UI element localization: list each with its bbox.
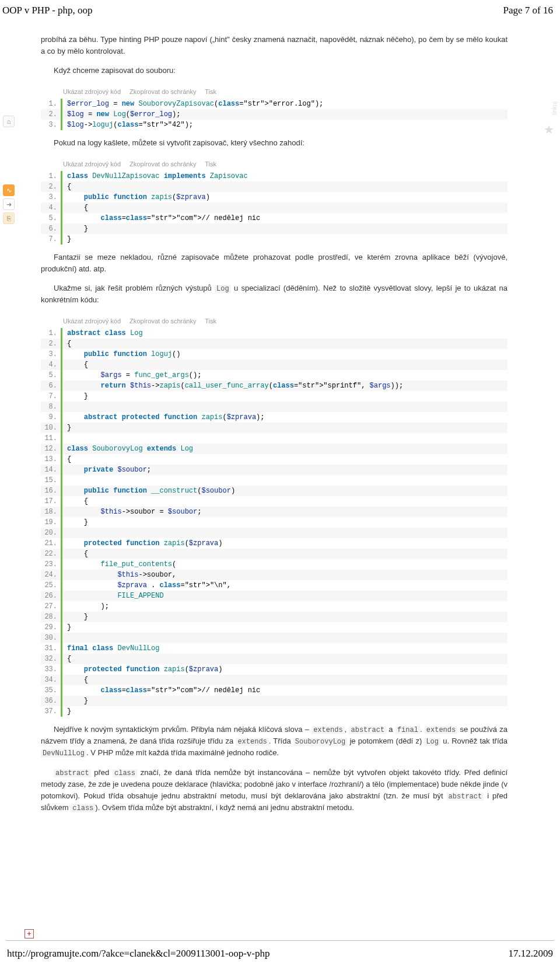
code-line: 12.class SouborovyLog extends Log bbox=[41, 444, 508, 454]
rss-icon[interactable]: ∿ bbox=[3, 184, 15, 196]
code-content: } bbox=[62, 612, 508, 622]
paragraph: probíhá za běhu. Type hinting PHP pouze … bbox=[41, 34, 508, 57]
code-line: 30. bbox=[41, 633, 508, 643]
line-number: 14. bbox=[41, 465, 62, 475]
code-content: abstract class Log bbox=[62, 328, 508, 339]
line-number: 25. bbox=[41, 580, 62, 591]
line-number: 35. bbox=[41, 685, 62, 696]
code-line: 31.final class DevNullLog bbox=[41, 643, 508, 654]
code-line: 17. { bbox=[41, 496, 508, 507]
line-number: 28. bbox=[41, 612, 62, 622]
line-number: 7. bbox=[41, 234, 62, 245]
inline-code: class bbox=[113, 769, 137, 777]
expand-icon[interactable]: + bbox=[24, 929, 34, 938]
code-tool-show[interactable]: Ukázat zdrojový kód bbox=[63, 88, 121, 95]
code-content: class=class="str">"com">// nedělej nic bbox=[62, 213, 508, 224]
line-number: 36. bbox=[41, 696, 62, 706]
code-tool-print[interactable]: Tisk bbox=[205, 88, 216, 95]
paragraph: Fantazii se meze nekladou, různé zapisov… bbox=[41, 252, 508, 274]
code-content: } bbox=[62, 622, 508, 633]
code-line: 7. } bbox=[41, 391, 508, 402]
code-content: FILE_APPEND bbox=[62, 591, 508, 601]
inline-code: DevNullLog bbox=[41, 749, 86, 758]
inline-code: abstract bbox=[447, 793, 484, 801]
code-content: $args = func_get_args(); bbox=[62, 370, 508, 381]
code-line: 21. protected function zapis($zprava) bbox=[41, 538, 508, 549]
line-number: 31. bbox=[41, 643, 62, 654]
code-content: $zprava . class="str">"\n", bbox=[62, 580, 508, 591]
code-tool-print[interactable]: Tisk bbox=[205, 160, 216, 168]
code-content: $this->soubor, bbox=[62, 570, 508, 580]
inline-code: class bbox=[71, 804, 95, 812]
code-tool-print[interactable]: Tisk bbox=[205, 317, 216, 325]
line-number: 17. bbox=[41, 496, 62, 507]
line-number: 20. bbox=[41, 528, 62, 538]
header-page-count: Page 7 of 16 bbox=[503, 5, 553, 16]
inline-code: abstract bbox=[54, 769, 91, 777]
code-line: 15. bbox=[41, 475, 508, 486]
code-content: file_put_contents( bbox=[62, 559, 508, 570]
paragraph: Když chceme zapisovat do souboru: bbox=[41, 65, 508, 76]
line-number: 10. bbox=[41, 423, 62, 433]
paragraph: Ukažme si, jak řešit problém různých výs… bbox=[41, 282, 508, 306]
code-line: 19. } bbox=[41, 517, 508, 528]
line-number: 19. bbox=[41, 517, 62, 528]
code-content: { bbox=[62, 454, 508, 465]
code-content bbox=[62, 402, 508, 412]
line-number: 12. bbox=[41, 444, 62, 454]
line-number: 4. bbox=[41, 203, 62, 213]
code-line: 23. file_put_contents( bbox=[41, 559, 508, 570]
code-line: 22. { bbox=[41, 549, 508, 559]
home-icon[interactable]: ⌂ bbox=[3, 116, 15, 127]
line-number: 23. bbox=[41, 559, 62, 570]
code-content: class=class="str">"com">// nedělej nic bbox=[62, 685, 508, 696]
code-content bbox=[62, 633, 508, 643]
code-line: 1.abstract class Log bbox=[41, 328, 508, 339]
code-table: 1.$error_log = new SouborovyZapisovac(cl… bbox=[41, 99, 508, 130]
line-number: 16. bbox=[41, 486, 62, 496]
inline-code: Log bbox=[215, 285, 231, 293]
code-line: 14. private $soubor; bbox=[41, 465, 508, 475]
code-content bbox=[62, 433, 508, 444]
code-content: { bbox=[62, 654, 508, 664]
code-tool-copy[interactable]: Zkopírovat do schránky bbox=[130, 88, 196, 95]
code-line: 32.{ bbox=[41, 654, 508, 664]
inline-code: SouborovyLog bbox=[293, 738, 347, 746]
code-line: 2.$log = new Log($error_log); bbox=[41, 109, 508, 120]
line-number: 1. bbox=[41, 171, 62, 182]
code-line: 16. public function __construct($soubor) bbox=[41, 486, 508, 496]
code-tool-copy[interactable]: Zkopírovat do schránky bbox=[130, 317, 196, 325]
line-number: 4. bbox=[41, 360, 62, 370]
code-block: Ukázat zdrojový kód Zkopírovat do schrán… bbox=[41, 85, 508, 131]
arrow-icon[interactable]: ➜ bbox=[3, 198, 15, 210]
header-title: OOP v PHP - php, oop bbox=[2, 5, 93, 16]
line-number: 21. bbox=[41, 538, 62, 549]
star-icon[interactable]: ★ bbox=[544, 123, 554, 137]
line-number: 15. bbox=[41, 475, 62, 486]
code-line: 9. abstract protected function zapis($zp… bbox=[41, 412, 508, 423]
code-tool-copy[interactable]: Zkopírovat do schránky bbox=[130, 160, 196, 168]
line-number: 34. bbox=[41, 675, 62, 685]
article-body: probíhá za běhu. Type hinting PHP pouze … bbox=[41, 34, 508, 814]
code-line: 3. public function loguj() bbox=[41, 349, 508, 360]
code-tool-show[interactable]: Ukázat zdrojový kód bbox=[63, 317, 121, 325]
code-content: final class DevNullLog bbox=[62, 643, 508, 654]
footer-url: http://programujte.com/?akce=clanek&cl=2… bbox=[7, 948, 270, 959]
code-content: $log->loguj(class="str">"42"); bbox=[62, 120, 508, 130]
code-tool-show[interactable]: Ukázat zdrojový kód bbox=[63, 160, 121, 168]
code-line: 8. bbox=[41, 402, 508, 412]
code-line: 25. $zprava . class="str">"\n", bbox=[41, 580, 508, 591]
page-footer: http://programujte.com/?akce=clanek&cl=2… bbox=[0, 948, 560, 959]
code-content: abstract protected function zapis($zprav… bbox=[62, 412, 508, 423]
code-line: 4. { bbox=[41, 360, 508, 370]
link-icon[interactable]: ⎘ bbox=[3, 212, 15, 224]
code-content: { bbox=[62, 339, 508, 349]
paragraph: Nejdříve k novým syntaktickým prvkům. Př… bbox=[41, 724, 508, 759]
line-number: 30. bbox=[41, 633, 62, 643]
code-line: 13.{ bbox=[41, 454, 508, 465]
line-number: 5. bbox=[41, 370, 62, 381]
line-number: 8. bbox=[41, 402, 62, 412]
paragraph: abstract před class značí, že daná třída… bbox=[41, 767, 508, 814]
code-content: public function __construct($soubor) bbox=[62, 486, 508, 496]
code-content: public function loguj() bbox=[62, 349, 508, 360]
